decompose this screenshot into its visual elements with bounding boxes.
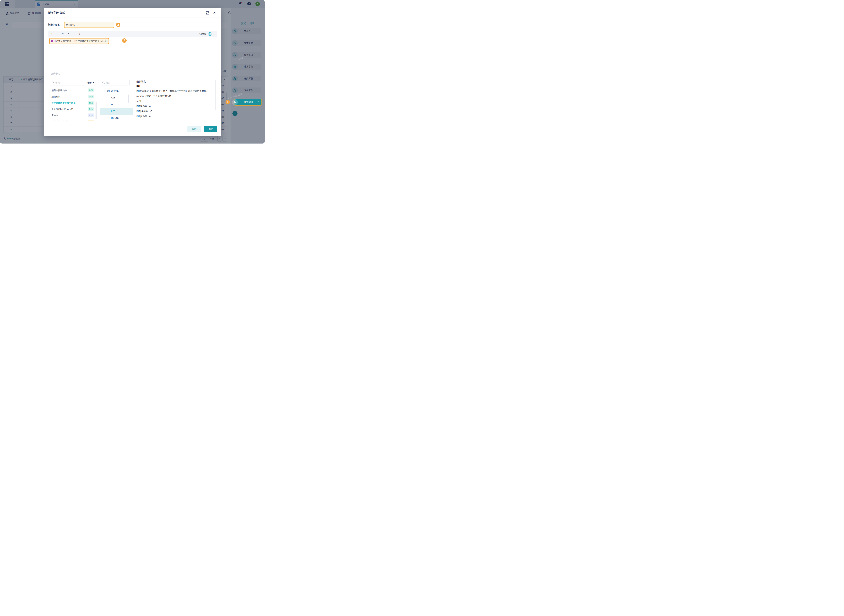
field-item-name: 消费金额平均值 — [51, 89, 67, 92]
function-item[interactable]: INT — [100, 108, 133, 114]
description-function-name: INT — [136, 84, 214, 87]
field-type-badge: 日期 — [88, 120, 94, 121]
description-line: 示例： — [136, 99, 214, 103]
field-name-input[interactable] — [64, 22, 114, 28]
formula-segment: 客户总体消费金额平均值 — [75, 40, 100, 42]
panel-divider — [133, 77, 133, 121]
formula-highlight-box: IF([消费金额平均值]>[客户总体消费金额平均值],1,0) — [49, 38, 109, 44]
function-group-label: 常用函数(4) — [107, 89, 119, 93]
chevron-down-icon — [212, 35, 214, 35]
description-line: INT(4.8)等于4。 — [136, 104, 214, 109]
formula-segment: ] — [72, 40, 73, 42]
field-item-name: 客户名 — [51, 114, 58, 117]
field-type-badge: 数值 — [88, 88, 94, 92]
caret-down-icon — [104, 91, 105, 92]
description-body: INT INT(number)：返回数字下舍入（数值减小的方向）后最接近的整数值… — [136, 84, 214, 121]
formula-segment: IF — [51, 40, 54, 42]
modal-header: 新增字段-公式 ✕ — [44, 8, 221, 18]
function-item-label: INT — [111, 110, 115, 113]
description-line: INT(-4.8)等于-5。 — [136, 109, 214, 113]
flow-node-highlighted[interactable]: fx计算字段⋮ — [234, 99, 262, 106]
function-search-input[interactable]: 搜索 — [101, 80, 130, 85]
formula-segment: 消费金额平均值 — [56, 40, 72, 42]
fx-icon: fx — [232, 99, 238, 105]
field-search-input[interactable]: 搜索 — [50, 80, 85, 85]
field-item-name: 消费日期最晚时间 — [51, 120, 69, 121]
formula-segment: ] — [100, 40, 101, 42]
description-scrollbar[interactable] — [215, 80, 216, 110]
field-type-badge: 数值 — [88, 95, 94, 98]
description-line: number：需要下舍入为整数的实数。 — [136, 94, 214, 98]
field-list-scrollbar[interactable] — [95, 102, 97, 119]
field-filter-dropdown[interactable]: 全部 — [88, 81, 94, 84]
field-type-badge: 数值 — [88, 107, 94, 111]
formula-segment: > — [73, 40, 74, 42]
description-lines: INT(number)：返回数字下舍入（数值减小的方向）后最接近的整数值。num… — [136, 89, 214, 119]
confirm-button[interactable]: 确定 — [204, 126, 217, 132]
function-item-label: ROUND — [111, 117, 120, 119]
field-item-name: 最近消费时间距今天数 — [51, 108, 73, 111]
field-item-name: 客户总体消费金额平均值 — [51, 101, 76, 104]
cancel-button[interactable]: 取消 — [188, 126, 201, 132]
screenshot-stage: *分析表 ✕ ? N 分类汇总 新增字段 更多 — [0, 0, 265, 144]
operator-button[interactable]: + — [51, 32, 53, 35]
function-item-label: ABS — [111, 97, 116, 99]
chevron-down-icon — [93, 82, 94, 83]
annotation-step-2-badge: 2 — [116, 23, 120, 27]
field-type-badge: 数值 — [88, 101, 94, 105]
formula-valid-status: 公式合法 — [51, 72, 60, 75]
node-menu-icon[interactable]: ⋮ — [257, 101, 260, 104]
search-icon — [52, 81, 54, 84]
field-item[interactable]: 消费日期最晚时间日期 — [48, 119, 95, 121]
field-item[interactable]: 消费频次数值 — [48, 94, 95, 100]
flow-node-slot: fx计算字段⋮ — [231, 99, 265, 105]
operator-button[interactable]: ( — [73, 32, 75, 35]
field-item[interactable]: 消费金额平均值数值 — [48, 87, 95, 94]
annotation-step-1-badge: 1 — [226, 100, 230, 104]
function-item[interactable]: ROUND — [100, 114, 133, 122]
field-item[interactable]: 客户名文本 — [48, 112, 95, 119]
function-list-scrollbar[interactable] — [127, 94, 129, 103]
close-icon[interactable]: ✕ — [213, 11, 216, 15]
description-header: 函数释义 — [136, 80, 146, 83]
expand-icon[interactable] — [206, 11, 209, 15]
operator-button[interactable]: / — [68, 32, 69, 35]
field-item[interactable]: 最近消费时间距今天数数值 — [48, 106, 95, 112]
field-type-badge: 文本 — [88, 113, 94, 117]
search-icon — [102, 81, 105, 84]
operator-button[interactable]: ) — [79, 32, 81, 35]
function-item-label: IF — [111, 103, 113, 106]
function-group-row[interactable]: 常用函数(4) — [103, 89, 119, 93]
annotation-step-3-badge: 3 — [122, 38, 127, 43]
description-line: INT(4.3)等于4. — [136, 114, 214, 119]
formula-segment: ) — [106, 40, 107, 42]
formula-text[interactable]: IF([消费金额平均值]>[客户总体消费金额平均值],1,0) — [51, 40, 107, 43]
app-window: *分析表 ✕ ? N 分类汇总 新增字段 更多 — [0, 0, 265, 144]
field-name-label: 新增字段名 — [48, 23, 60, 26]
formula-segment: [ — [74, 40, 75, 42]
editor-toolbar: +−*/() 字段类型 A — [48, 31, 217, 37]
formula-segment: ,1,0 — [101, 40, 106, 42]
operator-button[interactable]: − — [57, 32, 58, 35]
field-type-label: 字段类型 — [198, 32, 207, 36]
modal-lower-panels: 搜索 全部 消费金额平均值数值消费频次数值客户总体消费金额平均值数值最近消费时间… — [44, 77, 221, 121]
add-field-formula-modal: 新增字段-公式 ✕ 新增字段名 +−*/() 字段类型 A IF([消费金额平均… — [44, 8, 221, 136]
operator-buttons: +−*/() — [51, 32, 81, 35]
search-placeholder: 搜索 — [106, 81, 110, 84]
field-type-letter-icon[interactable]: A — [208, 32, 211, 36]
operator-button[interactable]: * — [62, 32, 64, 35]
modal-title: 新增字段-公式 — [48, 11, 65, 15]
field-item[interactable]: 客户总体消费金额平均值数值 — [48, 100, 95, 106]
field-list: 消费金额平均值数值消费频次数值客户总体消费金额平均值数值最近消费时间距今天数数值… — [48, 87, 95, 121]
description-line: INT(number)：返回数字下舍入（数值减小的方向）后最接近的整数值。 — [136, 89, 214, 93]
field-item-name: 消费频次 — [51, 95, 60, 98]
search-placeholder: 搜索 — [56, 81, 60, 84]
flow-node-label: 计算字段 — [244, 101, 253, 104]
formula-editor[interactable]: +−*/() 字段类型 A IF([消费金额平均值]>[客户总体消费金额平均值]… — [48, 31, 217, 77]
